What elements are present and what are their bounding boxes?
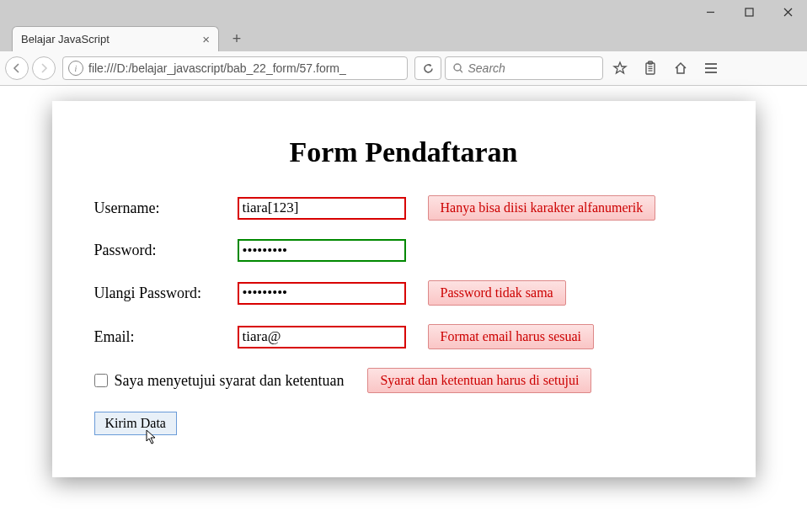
password-row: Password: [94,239,713,262]
username-error: Hanya bisa diisi karakter alfanumerik [428,195,656,221]
forward-button[interactable] [32,56,56,80]
username-row: Username: Hanya bisa diisi karakter alfa… [94,195,713,221]
email-label: Email: [94,328,238,346]
cursor-icon [146,429,159,446]
tab-strip: Belajar JavaScript × + [0,24,807,51]
search-input[interactable] [468,61,596,75]
submit-button[interactable]: Kirim Data [94,412,177,435]
bookmark-star-icon[interactable] [607,56,633,80]
agree-checkbox[interactable] [94,374,108,387]
clipboard-icon[interactable] [637,56,664,80]
info-icon[interactable]: i [68,61,83,76]
email-error: Format email harus sesuai [428,324,595,349]
username-input[interactable] [238,197,406,220]
new-tab-button[interactable]: + [224,26,249,51]
svg-point-4 [454,64,461,71]
maximize-button[interactable] [730,0,768,24]
repeat-password-label: Ulangi Password: [94,285,238,302]
username-label: Username: [94,200,238,217]
menu-icon[interactable] [697,56,724,80]
email-row: Email: Format email harus sesuai [94,324,713,349]
reload-button[interactable] [414,56,441,80]
back-button[interactable] [5,56,29,80]
tab-title: Belajar JavaScript [21,33,110,45]
email-input[interactable] [238,326,406,348]
url-bar[interactable]: i file:///D:/belajar_javascript/bab_22_f… [62,56,408,80]
agree-error: Syarat dan ketentuan harus di setujui [367,368,591,393]
window-titlebar [0,0,807,24]
close-tab-icon[interactable]: × [202,33,210,45]
page-title: Form Pendaftaran [94,136,713,168]
tab-active[interactable]: Belajar JavaScript × [12,26,219,51]
repeat-password-error: Password tidak sama [428,280,566,306]
password-input[interactable] [238,239,406,262]
search-icon [452,62,462,74]
svg-rect-1 [746,8,753,16]
minimize-button[interactable] [691,0,730,24]
home-icon[interactable] [667,56,694,80]
page-content: Form Pendaftaran Username: Hanya bisa di… [0,86,807,532]
password-label: Password: [94,242,238,259]
form-card: Form Pendaftaran Username: Hanya bisa di… [52,101,756,477]
search-box[interactable] [445,56,603,80]
url-text: file:///D:/belajar_javascript/bab_22_for… [88,61,346,75]
repeat-password-input[interactable] [238,282,406,305]
svg-line-5 [460,70,462,73]
agree-row: Saya menyetujui syarat dan ketentuan Sya… [94,368,713,393]
close-window-button[interactable] [768,0,807,24]
submit-label: Kirim Data [105,416,166,430]
repeat-password-row: Ulangi Password: Password tidak sama [94,280,713,306]
agree-label: Saya menyetujui syarat dan ketentuan [115,372,345,390]
toolbar: i file:///D:/belajar_javascript/bab_22_f… [0,51,807,86]
